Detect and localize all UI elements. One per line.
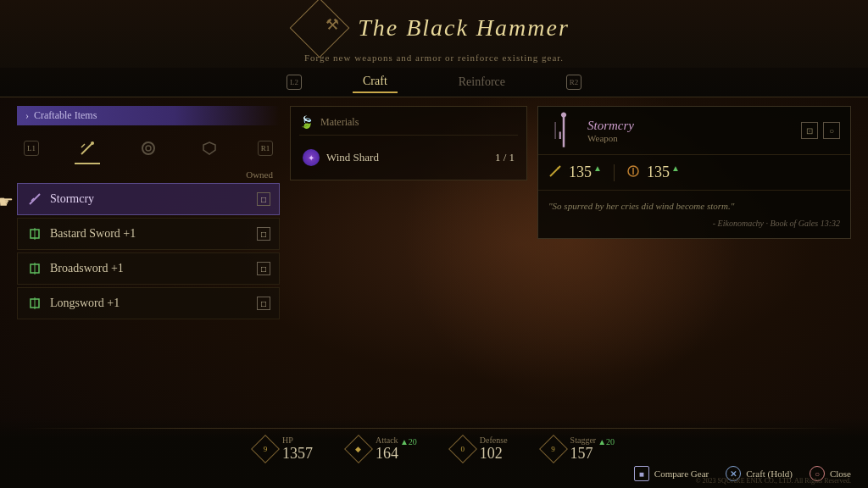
- favorite-icon-btn[interactable]: ○: [823, 122, 840, 139]
- bastard-sword-icon: [26, 225, 43, 242]
- stagger-up-val: ▲20: [598, 435, 615, 446]
- anvil-diamond: ⚒: [290, 0, 350, 58]
- def-label: Defense: [480, 435, 508, 445]
- list-item-broadsword[interactable]: Broadsword +1 □: [17, 252, 280, 285]
- list-item-stormcry[interactable]: Stormcry □: [17, 183, 280, 215]
- selection-pointer: ☛: [0, 191, 14, 212]
- svg-point-17: [560, 111, 567, 118]
- stagger-diamond-inner: 9: [551, 445, 555, 453]
- r2-button[interactable]: R2: [566, 75, 581, 90]
- item-left-broadsword: Broadsword +1: [26, 260, 124, 277]
- compare-btn-icon: ■: [634, 466, 649, 481]
- bastard-sword-name: Bastard Sword +1: [50, 227, 136, 241]
- tab-craft-label: Craft: [363, 75, 387, 88]
- svg-line-1: [81, 144, 85, 147]
- stat-group-atk: ◆ Attack 164 ▲20: [347, 435, 417, 463]
- stagger-num: 135: [647, 164, 670, 181]
- logo-area: ⚒ The Black Hammer: [0, 7, 868, 49]
- def-val: 102: [480, 445, 508, 463]
- broadsword-owned: □: [257, 262, 270, 275]
- stat-group-def: 0 Defense 102: [451, 435, 508, 463]
- quote-text: "So spurred by her cries did wind become…: [548, 199, 840, 214]
- atk-label: Attack: [376, 435, 398, 445]
- stat-separator: [614, 164, 615, 181]
- material-wind-shard: ✦ Wind Shard 1 / 1: [299, 144, 518, 171]
- stagger-up: ▲: [671, 164, 680, 173]
- deco-line: [17, 428, 851, 429]
- l1-btn[interactable]: L1: [24, 141, 39, 156]
- r1-btn[interactable]: R1: [258, 141, 273, 156]
- main-content: Craftable Items L1: [0, 97, 868, 424]
- cat-shield[interactable]: [197, 136, 222, 161]
- item-left-bastard: Bastard Sword +1: [26, 225, 136, 242]
- l2-button[interactable]: L2: [287, 75, 302, 90]
- detail-stats: 135 ▲ 135 ▲: [538, 155, 850, 191]
- anvil-symbol: ⚒: [326, 15, 339, 34]
- stagger-label: Stagger: [570, 435, 597, 445]
- detail-card: Stormcry Weapon ⊡ ○ 135 ▲: [537, 106, 851, 239]
- cat-sword[interactable]: [75, 136, 100, 161]
- svg-line-16: [547, 122, 564, 139]
- material-wind-shard-left: ✦ Wind Shard: [303, 149, 379, 166]
- stagger-stat-icon: [626, 164, 640, 181]
- materials-label: Materials: [320, 116, 359, 129]
- detail-weapon-icon: [542, 109, 586, 152]
- broadsword-icon: [26, 260, 43, 277]
- category-icons: L1 R1: [17, 132, 280, 164]
- atk-diamond-inner: ◆: [355, 445, 361, 453]
- equip-icon-btn[interactable]: ⊡: [801, 122, 818, 139]
- longsword-icon: [26, 295, 43, 312]
- tab-row: L2 Craft Reinforce R2: [0, 68, 868, 97]
- mid-panel: 🍃 Materials ✦ Wind Shard 1 / 1: [290, 106, 527, 416]
- shop-subtitle: Forge new weapons and armor or reinforce…: [0, 53, 868, 63]
- list-item-bastard-sword[interactable]: Bastard Sword +1 □: [17, 218, 280, 250]
- detail-header-icons: ⊡ ○: [801, 122, 840, 139]
- bottom-bar: 9 HP 1357 ◆ Attack 164: [0, 418, 868, 488]
- tab-reinforce-label: Reinforce: [459, 75, 505, 89]
- svg-line-6: [30, 194, 40, 204]
- stormcry-name: Stormcry: [50, 192, 94, 206]
- longsword-name: Longsword +1: [50, 297, 120, 310]
- cat-ring[interactable]: [136, 136, 161, 161]
- detail-header: Stormcry Weapon ⊡ ○: [538, 107, 850, 155]
- svg-point-2: [91, 141, 94, 145]
- stormcry-owned: □: [257, 192, 270, 206]
- def-diamond-inner: 0: [461, 445, 465, 453]
- detail-quote: "So spurred by her cries did wind become…: [538, 191, 850, 238]
- longsword-owned: □: [257, 297, 270, 310]
- craftable-header-label: Craftable Items: [34, 109, 97, 122]
- item-list: ☛ Stormcry □: [17, 183, 280, 319]
- atk-up-val: ▲20: [400, 435, 417, 446]
- stagger-value: 135 ▲: [647, 164, 680, 181]
- wind-shard-count: 1 / 1: [495, 151, 515, 164]
- svg-point-4: [146, 146, 151, 151]
- atk-value: 135 ▲: [569, 164, 602, 181]
- copyright: © 2023 SQUARE ENIX CO., LTD. All Rights …: [695, 477, 851, 485]
- stat-group-hp: 9 HP 1357: [253, 435, 313, 463]
- svg-marker-5: [203, 142, 215, 154]
- wind-shard-icon: ✦: [303, 149, 320, 166]
- detail-type: Weapon: [587, 133, 793, 143]
- owned-label: Owned: [17, 169, 280, 180]
- list-item-longsword[interactable]: Longsword +1 □: [17, 287, 280, 319]
- svg-line-14: [547, 114, 581, 147]
- atk-up: ▲: [593, 164, 602, 173]
- atk-stat-icon: [548, 164, 562, 181]
- stagger-val: 157: [570, 445, 597, 463]
- tab-craft[interactable]: Craft: [353, 71, 398, 93]
- shop-title: The Black Hammer: [358, 14, 570, 42]
- detail-title-area: Stormcry Weapon: [587, 119, 793, 143]
- quote-cite: - Eikonomachy · Book of Gales 13:32: [548, 217, 840, 230]
- craftable-header: Craftable Items: [17, 106, 280, 125]
- top-bar: ⚒ The Black Hammer Forge new weapons and…: [0, 0, 868, 97]
- atk-val: 164: [376, 445, 398, 463]
- hp-val: 1357: [282, 445, 313, 463]
- wind-shard-name: Wind Shard: [326, 151, 379, 164]
- materials-box: 🍃 Materials ✦ Wind Shard 1 / 1: [290, 106, 527, 180]
- left-panel: Craftable Items L1: [17, 106, 280, 416]
- anvil-icon: ⚒: [298, 7, 341, 49]
- item-left-stormcry: Stormcry: [26, 191, 94, 208]
- stat-group-stagger: 9 Stagger 157 ▲20: [542, 435, 615, 463]
- tab-reinforce[interactable]: Reinforce: [448, 72, 515, 92]
- hp-diamond-val: 9: [264, 445, 268, 453]
